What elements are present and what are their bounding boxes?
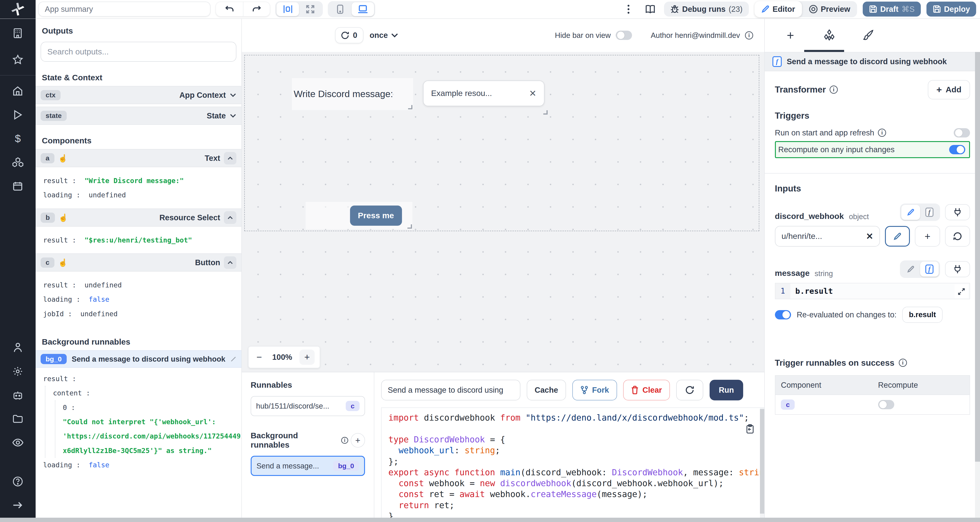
reevaluate-dependency-chip[interactable]: b.result xyxy=(902,307,943,323)
recompute-c-toggle[interactable] xyxy=(878,400,894,409)
component-row-b[interactable]: b ☝ Resource Select xyxy=(36,208,241,227)
resize-handle[interactable] xyxy=(543,110,547,115)
collapse-button[interactable] xyxy=(224,152,236,164)
more-menu-button[interactable] xyxy=(620,2,636,17)
connect-input-button[interactable] xyxy=(945,204,970,221)
clear-button[interactable]: Clear xyxy=(623,380,670,400)
nav-schedules[interactable] xyxy=(0,174,36,198)
output-row-state[interactable]: state State xyxy=(36,107,241,125)
app-summary-input[interactable]: App summary xyxy=(38,2,210,17)
info-icon[interactable]: i xyxy=(745,31,753,40)
output-row-ctx[interactable]: ctx App Context xyxy=(36,86,241,104)
app-canvas[interactable]: Write Discord message: Example resou... … xyxy=(242,52,764,372)
clear-select-icon[interactable]: ✕ xyxy=(529,88,536,99)
connect-input-button[interactable] xyxy=(945,261,970,277)
info-icon[interactable]: i xyxy=(341,437,348,444)
edit-pencil-icon[interactable] xyxy=(231,356,236,362)
nav-users[interactable] xyxy=(0,336,36,360)
zoom-in-button[interactable]: + xyxy=(299,350,314,364)
add-transformer-button[interactable]: + Add xyxy=(928,80,970,99)
expand-editor-button[interactable] xyxy=(955,285,969,298)
static-mode-button[interactable] xyxy=(901,205,920,220)
cache-button[interactable]: Cache xyxy=(527,380,566,400)
nav-home[interactable] xyxy=(0,79,36,103)
component-row-c[interactable]: c ☝ Button xyxy=(36,253,241,272)
resource-picker[interactable]: u/henri/te... ✕ xyxy=(775,226,880,247)
nav-audit[interactable] xyxy=(0,431,36,455)
nav-settings[interactable] xyxy=(0,360,36,384)
add-resource-button[interactable]: + xyxy=(915,226,940,247)
undo-button[interactable] xyxy=(216,2,243,17)
zoom-out-button[interactable]: − xyxy=(254,352,265,363)
top-header: App summary xyxy=(0,0,980,19)
redo-button[interactable] xyxy=(243,2,270,17)
deploy-button[interactable]: Deploy xyxy=(926,2,976,17)
center-layout-button[interactable] xyxy=(277,2,299,16)
nav-variables[interactable]: $ xyxy=(0,127,36,150)
component-row-a[interactable]: a ☝ Text xyxy=(36,149,241,167)
add-bg-runnable-button[interactable]: + xyxy=(351,433,365,447)
draft-button[interactable]: Draft ⌘S xyxy=(863,2,921,17)
code-editor[interactable]: import discordwebhook from "https://deno… xyxy=(381,407,765,522)
copy-code-button[interactable] xyxy=(746,424,754,434)
run-on-start-toggle[interactable] xyxy=(954,128,970,137)
resize-handle[interactable] xyxy=(407,224,412,229)
hide-bar-toggle[interactable] xyxy=(616,30,632,40)
workspace-building-icon[interactable] xyxy=(0,19,36,48)
collapse-button[interactable] xyxy=(224,256,236,269)
recompute-toggle[interactable] xyxy=(949,145,966,154)
info-icon[interactable]: i xyxy=(830,86,838,94)
resource-select-component[interactable]: Example resou... ✕ xyxy=(423,81,544,106)
static-mode-button[interactable] xyxy=(901,261,920,277)
frequency-dropdown[interactable]: once xyxy=(369,31,398,40)
nav-workers[interactable] xyxy=(0,383,36,407)
info-icon[interactable]: i xyxy=(899,359,907,367)
resize-handle[interactable] xyxy=(408,105,412,109)
scrollbar-thumb[interactable] xyxy=(975,52,980,462)
tab-preview[interactable]: Preview xyxy=(802,1,857,18)
reload-button[interactable] xyxy=(676,380,703,400)
docs-button[interactable] xyxy=(642,2,659,17)
tab-insert-component[interactable]: + xyxy=(780,23,801,48)
chevron-down-icon[interactable] xyxy=(229,114,236,118)
mobile-view-button[interactable] xyxy=(329,2,352,16)
editor-scrollbar[interactable] xyxy=(760,408,764,522)
script-name-input[interactable]: Send a message to discord using xyxy=(381,380,520,400)
reevaluate-toggle[interactable] xyxy=(775,310,791,320)
bg-runnable-item-selected[interactable]: Send a message... bg_0 xyxy=(251,456,365,476)
favorites-star-icon[interactable] xyxy=(0,48,36,71)
tab-component-settings[interactable] xyxy=(818,23,840,48)
nav-runs[interactable] xyxy=(0,103,36,127)
message-expression-editor[interactable]: 1 b.result xyxy=(775,283,970,299)
collapse-button[interactable] xyxy=(224,211,236,224)
tab-editor[interactable]: Editor xyxy=(754,1,802,18)
script-editor-panel: Send a message to discord using Cache Fo… xyxy=(374,372,765,522)
fork-button[interactable]: Fork xyxy=(572,380,617,400)
debug-runs-button[interactable]: Debug runs (23) xyxy=(664,2,749,17)
nav-help[interactable] xyxy=(0,469,36,493)
press-me-button[interactable]: Press me xyxy=(350,205,402,226)
windmill-logo[interactable] xyxy=(0,0,36,19)
info-icon[interactable]: i xyxy=(878,129,886,137)
search-outputs-input[interactable]: Search outputs... xyxy=(41,42,236,62)
nav-folders[interactable] xyxy=(0,407,36,431)
refresh-resource-button[interactable] xyxy=(945,226,970,247)
background-runnable-row[interactable]: bg_0 Send a message to discord using web… xyxy=(36,350,241,368)
tab-styling[interactable] xyxy=(857,23,878,48)
run-button[interactable]: Run xyxy=(710,380,743,400)
text-component[interactable]: Write Discord message: xyxy=(292,78,413,110)
desktop-view-button[interactable] xyxy=(352,2,374,16)
horizontal-scrollbar[interactable] xyxy=(0,518,980,522)
fullscreen-button[interactable] xyxy=(299,2,321,16)
chevron-down-icon[interactable] xyxy=(229,93,236,97)
collapse-rail-button[interactable] xyxy=(0,493,36,517)
clear-resource-icon[interactable]: ✕ xyxy=(866,231,873,241)
runnable-item[interactable]: hub/1511/discord/se... c xyxy=(251,396,365,416)
edit-resource-button[interactable] xyxy=(885,226,910,247)
refresh-count-button[interactable]: 0 xyxy=(335,27,363,43)
eval-mode-button[interactable]: f xyxy=(920,205,939,220)
scrollbar-thumb[interactable] xyxy=(760,409,764,514)
right-panel-scrollbar[interactable] xyxy=(975,52,980,518)
nav-resources[interactable] xyxy=(0,150,36,174)
eval-mode-button[interactable]: f xyxy=(920,261,939,277)
